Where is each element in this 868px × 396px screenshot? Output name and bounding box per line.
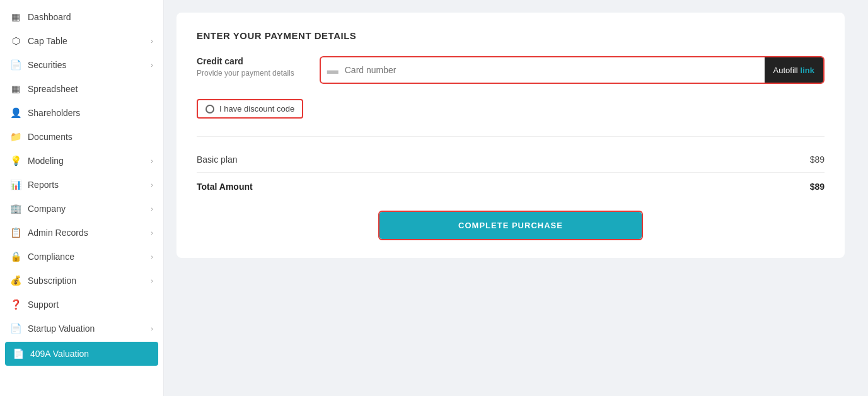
sidebar-item-documents[interactable]: 📁Documents <box>0 125 163 149</box>
sidebar-item-label-reports: Reports <box>28 180 59 190</box>
sidebar-item-startup-valuation[interactable]: 📄Startup Valuation› <box>0 317 163 341</box>
card-number-input[interactable] <box>345 65 765 75</box>
chevron-icon-startup-valuation: › <box>151 325 153 332</box>
chevron-icon-modeling: › <box>151 157 153 165</box>
sidebar-item-subscription[interactable]: 💰Subscription› <box>0 269 163 293</box>
total-row: Total Amount $89 <box>197 172 825 201</box>
company-icon: 🏢 <box>10 203 21 214</box>
total-price: $89 <box>810 182 825 192</box>
payment-title: ENTER YOUR PAYMENT DETAILS <box>197 30 825 41</box>
sidebar-item-label-support: Support <box>28 300 59 310</box>
chevron-icon-compliance: › <box>151 253 153 260</box>
documents-icon: 📁 <box>10 131 21 143</box>
sidebar-item-409a-valuation[interactable]: 📄409A Valuation <box>5 342 158 366</box>
autofill-button[interactable]: Autofill link <box>765 57 823 83</box>
sidebar-item-company[interactable]: 🏢Company› <box>0 197 163 221</box>
discount-radio[interactable] <box>205 105 214 114</box>
discount-label[interactable]: I have discount code <box>197 99 303 119</box>
credit-card-desc: Provide your payment details <box>197 69 294 78</box>
startup-valuation-icon: 📄 <box>10 323 21 334</box>
modeling-icon: 💡 <box>10 155 21 166</box>
divider-1 <box>197 136 825 137</box>
sidebar-item-shareholders[interactable]: 👤Shareholders <box>0 101 163 125</box>
payment-card: ENTER YOUR PAYMENT DETAILS Credit card P… <box>176 13 845 258</box>
sidebar-item-label-shareholders: Shareholders <box>28 108 80 118</box>
chevron-icon-admin-records: › <box>151 229 153 236</box>
sidebar-item-label-409a-valuation: 409A Valuation <box>30 349 89 359</box>
total-label: Total Amount <box>197 182 253 192</box>
sidebar-item-label-dashboard: Dashboard <box>28 12 71 22</box>
shareholders-icon: 👤 <box>10 107 21 119</box>
securities-icon: 📄 <box>10 59 21 71</box>
dashboard-icon: ▦ <box>10 11 21 23</box>
complete-purchase-button[interactable]: COMPLETE PURCHASE <box>379 212 642 239</box>
card-input-wrapper[interactable]: ▬ Autofill link <box>320 56 825 84</box>
sidebar-item-admin-records[interactable]: 📋Admin Records› <box>0 221 163 245</box>
sidebar-item-support[interactable]: ❓Support <box>0 293 163 317</box>
subscription-icon: 💰 <box>10 275 21 286</box>
409a-valuation-icon: 📄 <box>13 348 24 359</box>
discount-text: I have discount code <box>219 104 294 114</box>
sidebar-item-reports[interactable]: 📊Reports› <box>0 173 163 197</box>
sidebar-item-label-startup-valuation: Startup Valuation <box>28 323 95 334</box>
purchase-btn-container: COMPLETE PURCHASE <box>197 211 825 240</box>
discount-section: I have discount code <box>197 99 825 119</box>
sidebar-item-label-subscription: Subscription <box>28 276 76 286</box>
sidebar-item-label-company: Company <box>28 204 66 214</box>
admin-records-icon: 📋 <box>10 227 21 238</box>
card-chip-icon: ▬ <box>321 64 345 77</box>
sidebar-item-label-modeling: Modeling <box>28 156 64 166</box>
plan-row: Basic plan $89 <box>197 147 825 172</box>
reports-icon: 📊 <box>10 179 21 190</box>
chevron-icon-cap-table: › <box>151 37 153 45</box>
sidebar-nav: ▦Dashboard⬡Cap Table›📄Securities›▦Spread… <box>0 0 163 396</box>
sidebar-item-label-documents: Documents <box>28 132 72 142</box>
sidebar-item-modeling[interactable]: 💡Modeling› <box>0 149 163 173</box>
main-content: ENTER YOUR PAYMENT DETAILS Credit card P… <box>164 0 868 396</box>
sidebar: ▦Dashboard⬡Cap Table›📄Securities›▦Spread… <box>0 0 164 396</box>
sidebar-item-securities[interactable]: 📄Securities› <box>0 53 163 77</box>
sidebar-item-dashboard[interactable]: ▦Dashboard <box>0 5 163 29</box>
chevron-icon-securities: › <box>151 61 153 69</box>
chevron-icon-company: › <box>151 205 153 213</box>
autofill-label: Autofill <box>773 66 798 75</box>
purchase-btn-box: COMPLETE PURCHASE <box>378 211 643 240</box>
compliance-icon: 🔒 <box>10 251 21 262</box>
sidebar-item-spreadsheet[interactable]: ▦Spreadsheet <box>0 77 163 101</box>
spreadsheet-icon: ▦ <box>10 83 21 95</box>
sidebar-item-label-admin-records: Admin Records <box>28 228 88 238</box>
autofill-link: link <box>801 66 814 75</box>
chevron-icon-reports: › <box>151 181 153 189</box>
plan-price: $89 <box>810 154 825 165</box>
cap-table-icon: ⬡ <box>10 35 21 47</box>
sidebar-item-label-spreadsheet: Spreadsheet <box>28 84 78 94</box>
sidebar-item-cap-table[interactable]: ⬡Cap Table› <box>0 29 163 53</box>
sidebar-item-label-cap-table: Cap Table <box>28 36 67 46</box>
sidebar-item-compliance[interactable]: 🔒Compliance› <box>0 245 163 269</box>
support-icon: ❓ <box>10 299 21 310</box>
credit-card-label: Credit card Provide your payment details <box>197 56 294 78</box>
chevron-icon-subscription: › <box>151 277 153 284</box>
sidebar-item-label-securities: Securities <box>28 60 66 70</box>
credit-card-heading: Credit card <box>197 56 294 66</box>
credit-card-section: Credit card Provide your payment details… <box>197 56 825 84</box>
plan-name: Basic plan <box>197 154 238 165</box>
sidebar-item-label-compliance: Compliance <box>28 252 74 262</box>
